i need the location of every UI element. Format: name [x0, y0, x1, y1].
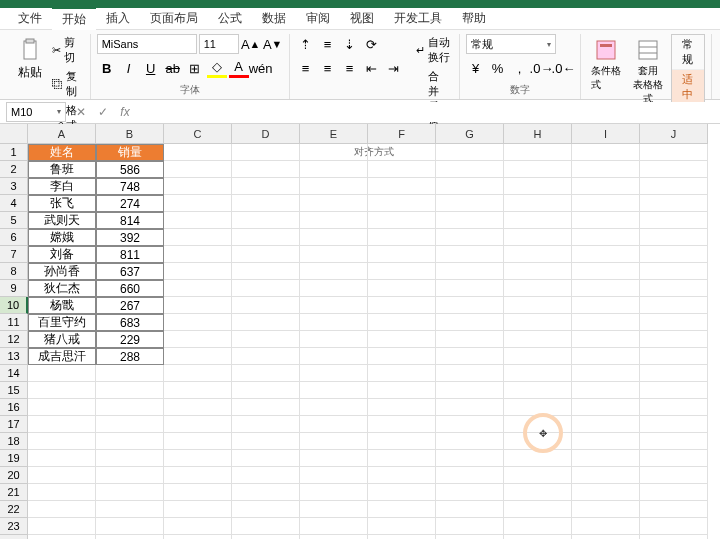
number-format-select[interactable]: 常规▾ — [466, 34, 556, 54]
border-button[interactable]: ⊞ — [185, 58, 205, 78]
cell-H1[interactable] — [504, 144, 572, 161]
cell-C24[interactable] — [164, 535, 232, 539]
cell-J7[interactable] — [640, 246, 708, 263]
cell-B16[interactable] — [96, 399, 164, 416]
cell-F12[interactable] — [368, 331, 436, 348]
row-header-12[interactable]: 12 — [0, 331, 28, 348]
align-middle-button[interactable]: ≡ — [318, 34, 338, 54]
cell-J10[interactable] — [640, 297, 708, 314]
cell-I11[interactable] — [572, 314, 640, 331]
cell-D16[interactable] — [232, 399, 300, 416]
menu-文件[interactable]: 文件 — [8, 8, 52, 29]
cell-H15[interactable] — [504, 382, 572, 399]
cell-I5[interactable] — [572, 212, 640, 229]
cell-A17[interactable] — [28, 416, 96, 433]
cell-D19[interactable] — [232, 450, 300, 467]
cell-G8[interactable] — [436, 263, 504, 280]
cell-B18[interactable] — [96, 433, 164, 450]
cell-F15[interactable] — [368, 382, 436, 399]
cell-H18[interactable] — [504, 433, 572, 450]
cell-D11[interactable] — [232, 314, 300, 331]
cell-H20[interactable] — [504, 467, 572, 484]
cell-F16[interactable] — [368, 399, 436, 416]
cell-A8[interactable]: 孙尚香 — [28, 263, 96, 280]
row-header-1[interactable]: 1 — [0, 144, 28, 161]
menu-帮助[interactable]: 帮助 — [452, 8, 496, 29]
cell-G21[interactable] — [436, 484, 504, 501]
cell-D13[interactable] — [232, 348, 300, 365]
cell-J8[interactable] — [640, 263, 708, 280]
cell-G6[interactable] — [436, 229, 504, 246]
col-header-G[interactable]: G — [436, 124, 504, 144]
menu-公式[interactable]: 公式 — [208, 8, 252, 29]
cell-F13[interactable] — [368, 348, 436, 365]
row-header-14[interactable]: 14 — [0, 365, 28, 382]
cell-C18[interactable] — [164, 433, 232, 450]
cell-D14[interactable] — [232, 365, 300, 382]
cell-F3[interactable] — [368, 178, 436, 195]
cell-F18[interactable] — [368, 433, 436, 450]
cell-H22[interactable] — [504, 501, 572, 518]
cell-G1[interactable] — [436, 144, 504, 161]
cell-I8[interactable] — [572, 263, 640, 280]
confirm-fx-button[interactable]: ✓ — [94, 103, 112, 121]
italic-button[interactable]: I — [119, 58, 139, 78]
cell-G12[interactable] — [436, 331, 504, 348]
cell-B20[interactable] — [96, 467, 164, 484]
cell-I16[interactable] — [572, 399, 640, 416]
cell-E24[interactable] — [300, 535, 368, 539]
cell-G13[interactable] — [436, 348, 504, 365]
cut-button[interactable]: ✂剪切 — [50, 34, 84, 66]
cell-C5[interactable] — [164, 212, 232, 229]
cell-A3[interactable]: 李白 — [28, 178, 96, 195]
cell-D21[interactable] — [232, 484, 300, 501]
cell-C16[interactable] — [164, 399, 232, 416]
cell-J12[interactable] — [640, 331, 708, 348]
cell-B7[interactable]: 811 — [96, 246, 164, 263]
cell-B5[interactable]: 814 — [96, 212, 164, 229]
cell-B2[interactable]: 586 — [96, 161, 164, 178]
style-normal[interactable]: 常规 — [672, 35, 704, 70]
cell-A14[interactable] — [28, 365, 96, 382]
row-header-8[interactable]: 8 — [0, 263, 28, 280]
strikethrough-button[interactable]: ab — [163, 58, 183, 78]
cell-B11[interactable]: 683 — [96, 314, 164, 331]
cell-H9[interactable] — [504, 280, 572, 297]
cell-I10[interactable] — [572, 297, 640, 314]
style-accent[interactable]: 适中 — [672, 70, 704, 105]
cell-H19[interactable] — [504, 450, 572, 467]
cell-E6[interactable] — [300, 229, 368, 246]
cell-B17[interactable] — [96, 416, 164, 433]
cell-C12[interactable] — [164, 331, 232, 348]
cancel-fx-button[interactable]: ✕ — [72, 103, 90, 121]
cell-H7[interactable] — [504, 246, 572, 263]
row-header-9[interactable]: 9 — [0, 280, 28, 297]
cell-H23[interactable] — [504, 518, 572, 535]
orientation-button[interactable]: ⟳ — [362, 34, 382, 54]
cell-F19[interactable] — [368, 450, 436, 467]
cell-E15[interactable] — [300, 382, 368, 399]
cell-C19[interactable] — [164, 450, 232, 467]
font-color-button[interactable]: A — [229, 58, 249, 78]
cell-A24[interactable] — [28, 535, 96, 539]
cell-B12[interactable]: 229 — [96, 331, 164, 348]
cell-I21[interactable] — [572, 484, 640, 501]
cell-J23[interactable] — [640, 518, 708, 535]
cell-B3[interactable]: 748 — [96, 178, 164, 195]
cell-J3[interactable] — [640, 178, 708, 195]
cell-G7[interactable] — [436, 246, 504, 263]
cell-B19[interactable] — [96, 450, 164, 467]
cell-B9[interactable]: 660 — [96, 280, 164, 297]
select-all-corner[interactable] — [0, 124, 28, 144]
cell-F4[interactable] — [368, 195, 436, 212]
cell-I4[interactable] — [572, 195, 640, 212]
cell-B10[interactable]: 267 — [96, 297, 164, 314]
copy-button[interactable]: ⿻复制 — [50, 68, 84, 100]
cell-B21[interactable] — [96, 484, 164, 501]
cell-B13[interactable]: 288 — [96, 348, 164, 365]
cell-D1[interactable] — [232, 144, 300, 161]
wrap-text-button[interactable]: ↵自动换行 — [414, 34, 453, 66]
cell-G4[interactable] — [436, 195, 504, 212]
row-header-21[interactable]: 21 — [0, 484, 28, 501]
cell-G20[interactable] — [436, 467, 504, 484]
